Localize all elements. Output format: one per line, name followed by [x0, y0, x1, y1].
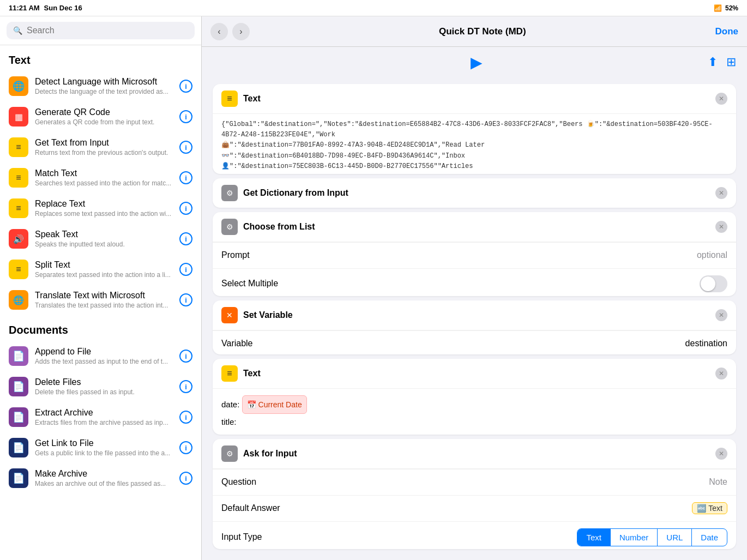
append-to-file-icon: 📄 [9, 346, 28, 366]
extract-archive-title: Extract Archive [35, 408, 173, 418]
block-set-variable-close[interactable]: ✕ [715, 309, 727, 321]
extract-archive-info[interactable]: i [179, 411, 192, 424]
block-choose-list-close[interactable]: ✕ [715, 221, 727, 233]
field-variable-label: Variable [221, 339, 685, 348]
get-link-to-file-info[interactable]: i [179, 441, 192, 454]
get-text-info[interactable]: i [179, 141, 192, 154]
make-archive-icon: 📄 [9, 468, 28, 488]
block-text-2-header: ≡ Text ✕ [213, 359, 736, 389]
block-get-dict-close[interactable]: ✕ [715, 187, 727, 199]
extract-archive-desc: Extracts files from the archive passed a… [35, 419, 173, 426]
split-text-icon: ≡ [9, 260, 28, 279]
search-bar: 🔍 [0, 16, 201, 45]
translate-text-icon: 🌐 [9, 290, 28, 310]
input-type-number[interactable]: Number [611, 529, 658, 546]
field-row-default-answer: Default Answer 🔤 Text [213, 495, 736, 521]
block-choose-list-icon: ⚙ [221, 219, 238, 235]
block-ask-input-header: ⚙ Ask for Input ✕ [213, 439, 736, 469]
input-type-url[interactable]: URL [658, 529, 692, 546]
block-ask-input: ⚙ Ask for Input ✕ Question Note Default … [213, 439, 736, 549]
detect-language-info[interactable]: i [179, 80, 192, 93]
sidebar-item-match-text[interactable]: ≡ Match Text Searches text passed into t… [0, 162, 201, 193]
share-icon[interactable]: ⬆ [708, 55, 718, 69]
sidebar-item-get-text[interactable]: ≡ Get Text from Input Returns text from … [0, 132, 201, 162]
settings-toggle-icon[interactable]: ⊞ [726, 55, 736, 69]
toggle-knob [701, 276, 715, 291]
current-date-text: Current Date [258, 397, 302, 412]
split-text-title: Split Text [35, 260, 173, 270]
replace-text-icon: ≡ [9, 198, 28, 218]
block-text-1-close[interactable]: ✕ [715, 93, 727, 105]
split-text-info[interactable]: i [179, 263, 192, 276]
block-text-2-close[interactable]: ✕ [715, 368, 727, 380]
select-multiple-toggle[interactable] [700, 275, 727, 292]
block-get-dict: ⚙ Get Dictionary from Input ✕ [213, 178, 736, 207]
append-to-file-title: Append to File [35, 347, 173, 357]
sidebar-item-get-link-to-file[interactable]: 📄 Get Link to File Gets a public link to… [0, 432, 201, 463]
search-input[interactable] [27, 26, 188, 35]
append-to-file-info[interactable]: i [179, 350, 192, 363]
sidebar-item-translate-text[interactable]: 🌐 Translate Text with Microsoft Translat… [0, 285, 201, 315]
sidebar-item-detect-language[interactable]: 🌐 Detect Language with Microsoft Detects… [0, 71, 201, 101]
match-text-title: Match Text [35, 168, 173, 178]
translate-text-title: Translate Text with Microsoft [35, 291, 173, 300]
current-date-token[interactable]: 📅 Current Date [242, 395, 307, 414]
replace-text-info[interactable]: i [179, 202, 192, 215]
input-type-text[interactable]: Text [577, 529, 611, 546]
sidebar-item-split-text[interactable]: ≡ Split Text Separates text passed into … [0, 254, 201, 285]
redo-button[interactable]: › [232, 23, 250, 40]
toolbar: ▶ ⬆ ⊞ [202, 47, 747, 77]
block-get-dict-icon: ⚙ [221, 185, 238, 201]
undo-button[interactable]: ‹ [210, 23, 228, 40]
delete-files-info[interactable]: i [179, 380, 192, 393]
block-set-variable: ✕ Set Variable ✕ Variable destination [213, 300, 736, 355]
match-text-icon: ≡ [9, 168, 28, 188]
generate-qr-desc: Generates a QR code from the input text. [35, 118, 173, 126]
input-type-group: Text Number URL Date [577, 528, 727, 546]
block-ask-input-close[interactable]: ✕ [715, 448, 727, 460]
delete-files-title: Delete Files [35, 377, 173, 387]
sidebar-item-append-to-file[interactable]: 📄 Append to File Adds the text passed as… [0, 341, 201, 371]
field-question-value: Note [709, 477, 727, 487]
input-type-date[interactable]: Date [692, 529, 727, 546]
match-text-info[interactable]: i [179, 171, 192, 184]
block-text-1-header: ≡ Text ✕ [213, 84, 736, 114]
sidebar-item-extract-archive[interactable]: 📄 Extract Archive Extracts files from th… [0, 402, 201, 432]
speak-text-info[interactable]: i [179, 232, 192, 245]
sidebar: 🔍 Text 🌐 Detect Language with Microsoft … [0, 16, 202, 560]
get-link-to-file-title: Get Link to File [35, 438, 173, 448]
block-text-1: ≡ Text ✕ {"Global":"&destination=","Note… [213, 84, 736, 174]
nav-bar: ‹ › Quick DT Note (MD) Done [202, 16, 747, 47]
translate-text-desc: Translates the text passed into the acti… [35, 302, 173, 309]
sidebar-item-generate-qr[interactable]: ▦ Generate QR Code Generates a QR code f… [0, 101, 201, 132]
done-button[interactable]: Done [715, 26, 739, 37]
generate-qr-info[interactable]: i [179, 110, 192, 123]
get-text-desc: Returns text from the previous action's … [35, 149, 173, 156]
translate-text-info[interactable]: i [179, 293, 192, 306]
sidebar-item-delete-files[interactable]: 📄 Delete Files Delete the files passed i… [0, 371, 201, 402]
field-select-multiple-label: Select Multiple [221, 279, 700, 288]
battery-status: 52% [725, 4, 738, 12]
make-archive-info[interactable]: i [179, 472, 192, 485]
wifi-icon: 📶 [714, 4, 722, 12]
sidebar-item-make-archive[interactable]: 📄 Make Archive Makes an archive out of t… [0, 463, 201, 493]
right-panel: ‹ › Quick DT Note (MD) Done ▶ ⬆ ⊞ [202, 16, 747, 560]
answer-token-text: Text [708, 504, 722, 513]
detect-language-desc: Detects the language of the text provide… [35, 88, 173, 95]
get-link-to-file-desc: Gets a public link to the file passed in… [35, 449, 173, 457]
block-ask-input-title: Ask for Input [243, 449, 710, 459]
section-header-text: Text [0, 45, 201, 71]
delete-files-desc: Delete the files passed in as input. [35, 388, 173, 396]
speak-text-icon: 🔊 [9, 229, 28, 249]
field-variable-value: destination [685, 339, 727, 348]
play-button[interactable]: ▶ [471, 53, 483, 71]
field-row-input-type: Input Type Text Number URL Date [213, 521, 736, 549]
sidebar-item-speak-text[interactable]: 🔊 Speak Text Speaks the inputted text al… [0, 224, 201, 254]
status-bar: 11:21 AM Sun Dec 16 📶 52% [0, 0, 747, 16]
field-row-select-multiple: Select Multiple [213, 268, 736, 296]
sidebar-item-replace-text[interactable]: ≡ Replace Text Replaces some text passed… [0, 193, 201, 224]
block-ask-input-icon: ⚙ [221, 445, 238, 462]
field-prompt-label: Prompt [221, 250, 697, 260]
answer-token[interactable]: 🔤 Text [692, 502, 727, 514]
workflow-title: Quick DT Note (MD) [439, 26, 526, 37]
